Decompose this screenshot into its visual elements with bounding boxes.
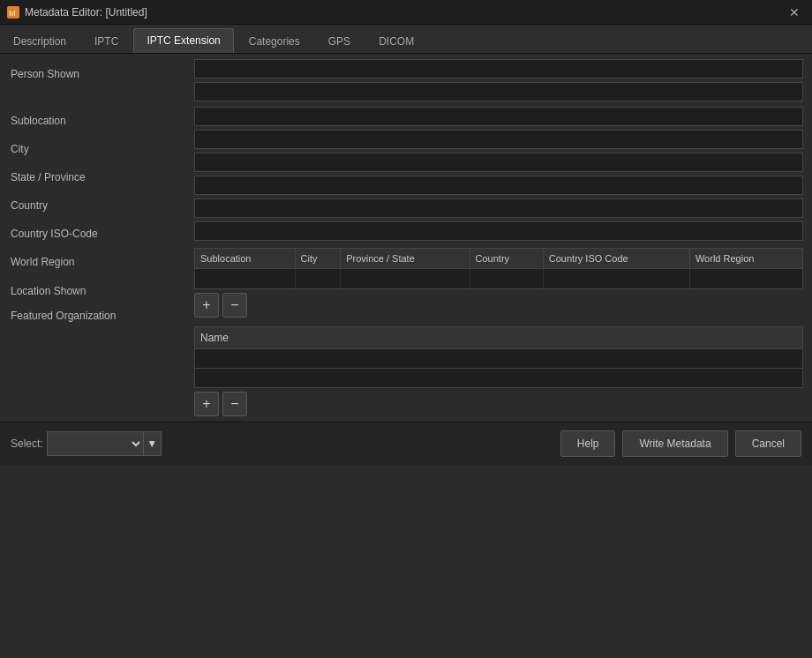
close-button[interactable]: ✕ [784,4,805,21]
world-region-label: World Region [0,250,185,274]
location-city-cell [295,269,341,288]
location-shown-label: Location Shown [0,278,185,297]
location-remove-button[interactable]: − [222,293,247,318]
help-button[interactable]: Help [560,430,616,457]
city-row [194,130,803,149]
state-province-label: State / Province [0,165,185,190]
country-row [194,176,803,195]
col-country-iso: Country ISO Code [543,249,689,269]
write-metadata-button[interactable]: Write Metadata [622,430,727,457]
person-shown-input-2[interactable] [194,82,803,101]
city-label: City [0,137,185,161]
person-shown-row-2 [194,82,803,101]
location-shown-table-container: Sublocation City Province / State Countr… [194,248,803,289]
country-iso-row [194,198,803,218]
col-province-state: Province / State [341,249,470,269]
cancel-button[interactable]: Cancel [735,430,801,457]
state-province-row [194,153,803,172]
tab-iptc-extension[interactable]: IPTC Extension [133,28,233,53]
location-iso-cell [543,269,689,288]
featured-add-button[interactable]: + [194,392,219,416]
col-world-region: World Region [689,249,802,269]
action-buttons: Help Write Metadata Cancel [560,430,801,457]
location-province-cell [341,269,470,288]
country-iso-input[interactable] [194,198,803,218]
country-label: Country [0,193,185,218]
form-inputs: Sublocation City Province / State Countr… [185,54,812,422]
location-add-button[interactable]: + [194,293,219,318]
title-bar-left: M Metadata Editor: [Untitled] [7,6,147,19]
select-label: Select: [11,437,43,450]
dropdown-arrow-icon[interactable]: ▼ [144,431,162,456]
featured-org-label: Featured Organization [0,297,185,322]
featured-row-1 [194,349,803,369]
sublocation-input[interactable] [194,107,803,126]
tab-description[interactable]: Description [0,29,79,53]
tab-gps[interactable]: GPS [315,29,364,53]
col-city: City [295,249,341,269]
featured-section: Name + − [194,326,803,416]
location-world-cell [689,269,802,288]
location-sublocation-cell [195,269,295,288]
tab-bar: Description IPTC IPTC Extension Categori… [0,25,812,54]
featured-name-header: Name [194,326,803,349]
tab-categories[interactable]: Categories [236,29,313,53]
bottom-bar: Select: ▼ Help Write Metadata Cancel [0,422,812,466]
app-icon: M [7,6,19,19]
title-bar: M Metadata Editor: [Untitled] ✕ [0,0,812,25]
form-area: Person Shown Sublocation City State / Pr… [0,54,812,422]
sublocation-label: Sublocation [0,108,185,133]
select-dropdown: Select: ▼ [11,431,162,456]
person-shown-input-1[interactable] [194,59,803,79]
country-iso-label: Country ISO-Code [0,221,185,246]
col-country: Country [470,249,543,269]
col-sublocation: Sublocation [195,249,295,269]
featured-row-2 [194,369,803,388]
person-shown-row-1 [194,59,803,79]
country-input[interactable] [194,176,803,195]
location-table-row [195,269,802,288]
select-box[interactable] [47,431,144,456]
world-region-input[interactable] [194,221,803,241]
window-title: Metadata Editor: [Untitled] [25,6,147,19]
location-shown-table: Sublocation City Province / State Countr… [195,249,802,288]
world-region-row [194,221,803,241]
svg-text:M: M [9,9,16,18]
person-shown-label: Person Shown [0,59,185,105]
city-input[interactable] [194,130,803,149]
form-labels: Person Shown Sublocation City State / Pr… [0,54,185,422]
featured-table-buttons: + − [194,392,803,416]
featured-remove-button[interactable]: − [222,392,247,416]
sublocation-row [194,107,803,126]
state-province-input[interactable] [194,153,803,172]
location-table-buttons: + − [194,293,803,318]
tab-iptc[interactable]: IPTC [81,29,132,53]
location-country-cell [470,269,543,288]
tab-dicom[interactable]: DICOM [365,29,427,53]
